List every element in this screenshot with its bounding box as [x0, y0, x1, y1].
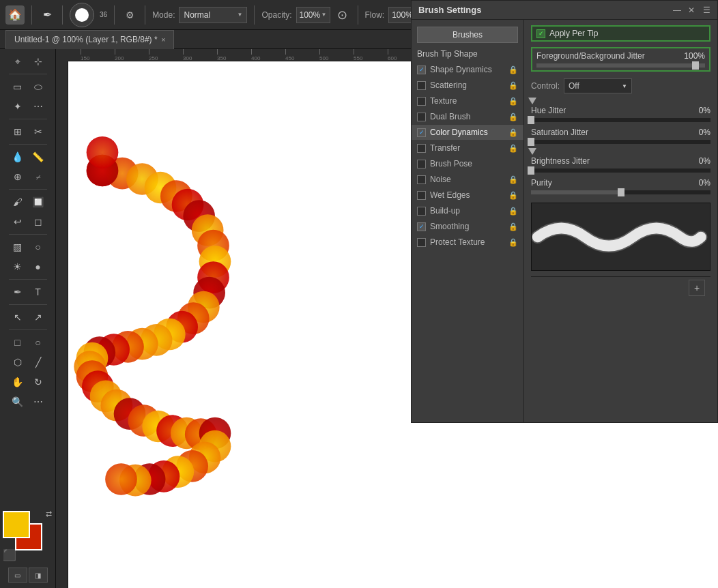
- quick-mask-btn[interactable]: ◨: [29, 568, 48, 583]
- smoothing-checkbox[interactable]: [417, 222, 426, 231]
- scattering-checkbox[interactable]: [417, 81, 426, 90]
- slice-tool[interactable]: ✂: [29, 122, 48, 141]
- rotate-view-tool[interactable]: ↻: [29, 372, 48, 392]
- transfer-checkbox[interactable]: [417, 144, 426, 153]
- opacity-input[interactable]: 100% ▼: [296, 7, 330, 23]
- nav-build-up[interactable]: Build-up 🔒: [412, 203, 523, 218]
- pressure-opacity-icon[interactable]: ⊙: [334, 7, 351, 23]
- magic-wand-tool[interactable]: ✦: [8, 97, 27, 116]
- text-tool[interactable]: T: [29, 282, 48, 302]
- wet-edges-lock-icon[interactable]: 🔒: [508, 191, 518, 200]
- new-brush-btn[interactable]: +: [689, 280, 705, 296]
- nav-scattering[interactable]: Scattering 🔒: [412, 78, 523, 93]
- bs-close-icon[interactable]: ✕: [688, 5, 695, 15]
- hue-slider-thumb[interactable]: [528, 116, 534, 124]
- brushes-button[interactable]: Brushes: [417, 27, 518, 43]
- healing-brush-tool[interactable]: ⊕: [8, 167, 27, 186]
- build-up-lock-icon[interactable]: 🔒: [508, 207, 518, 216]
- move-tool[interactable]: ⌖: [8, 52, 27, 71]
- tab-close-btn[interactable]: ×: [162, 36, 166, 44]
- normal-mode-btn[interactable]: ▭: [8, 568, 27, 583]
- eraser-tool[interactable]: ◻: [29, 212, 48, 231]
- wet-edges-checkbox[interactable]: [417, 191, 426, 200]
- bs-menu-icon[interactable]: ☰: [703, 5, 710, 15]
- eyedropper-tool[interactable]: 💧: [8, 147, 27, 166]
- ruler-tool[interactable]: 📏: [29, 147, 48, 166]
- nav-transfer[interactable]: Transfer 🔒: [412, 141, 523, 156]
- gradient-tool[interactable]: ▨: [8, 237, 27, 256]
- bs-minimize-icon[interactable]: —: [673, 5, 681, 15]
- apply-per-tip-checkbox[interactable]: [536, 29, 545, 38]
- smoothing-lock-icon[interactable]: 🔒: [508, 222, 518, 231]
- purity-slider[interactable]: [531, 190, 710, 194]
- burn-tool[interactable]: ●: [29, 257, 48, 276]
- fgbg-jitter-slider[interactable]: [536, 63, 705, 68]
- history-brush-tool[interactable]: ↩: [8, 212, 27, 231]
- lasso-select-tool[interactable]: ⬭: [29, 77, 48, 96]
- protect-texture-checkbox[interactable]: [417, 238, 426, 247]
- shape-dynamics-checkbox[interactable]: [417, 65, 426, 74]
- ellipse-shape-tool[interactable]: ○: [29, 333, 48, 352]
- dodge-tool[interactable]: ☀: [8, 257, 27, 276]
- default-colors-icon[interactable]: ⬛: [3, 548, 16, 561]
- line-tool[interactable]: ╱: [29, 353, 48, 372]
- brush-size-indicator[interactable]: [70, 3, 94, 27]
- brush-tool active[interactable]: 🖌: [8, 192, 27, 211]
- build-up-checkbox[interactable]: [417, 207, 426, 216]
- texture-checkbox[interactable]: [417, 97, 426, 106]
- crop-tool[interactable]: ⊞: [8, 122, 27, 141]
- transfer-lock-icon[interactable]: 🔒: [508, 144, 518, 153]
- purity-slider-thumb[interactable]: [618, 188, 624, 196]
- artboard-tool[interactable]: ⊹: [29, 52, 48, 71]
- home-icon[interactable]: 🏠: [5, 5, 25, 25]
- brightness-slider-thumb[interactable]: [528, 166, 534, 175]
- stamp-tool[interactable]: 🔲: [29, 192, 48, 211]
- zoom-tool[interactable]: 🔍: [8, 392, 27, 411]
- rect-shape-tool[interactable]: □: [8, 333, 27, 352]
- dual-brush-lock-icon[interactable]: 🔒: [508, 113, 518, 121]
- blur-tool[interactable]: ○: [29, 237, 48, 256]
- brush-pose-checkbox[interactable]: [417, 160, 426, 168]
- swap-colors-icon[interactable]: ⇄: [46, 510, 52, 518]
- brush-options-icon[interactable]: ⚙: [121, 7, 138, 23]
- control-dropdown[interactable]: Off ▼: [564, 78, 632, 93]
- hue-triangle-thumb[interactable]: [528, 98, 536, 104]
- nav-dual-brush[interactable]: Dual Brush 🔒: [412, 109, 523, 124]
- color-dynamics-lock-icon[interactable]: 🔒: [508, 128, 518, 137]
- scattering-lock-icon[interactable]: 🔒: [508, 81, 518, 90]
- hue-jitter-slider[interactable]: [531, 118, 710, 122]
- nav-shape-dynamics[interactable]: Shape Dynamics 🔒: [412, 62, 523, 77]
- nav-brush-tip-shape[interactable]: Brush Tip Shape: [412, 46, 523, 61]
- foreground-color[interactable]: [3, 511, 30, 538]
- poly-shape-tool[interactable]: ⬡: [8, 353, 27, 372]
- quick-select-tool[interactable]: ⋯: [29, 97, 48, 116]
- nav-texture[interactable]: Texture 🔒: [412, 93, 523, 108]
- dual-brush-checkbox[interactable]: [417, 113, 426, 121]
- mode-dropdown[interactable]: Normal ▼: [179, 7, 247, 23]
- noise-lock-icon[interactable]: 🔒: [508, 175, 518, 184]
- color-dynamics-checkbox[interactable]: [417, 128, 426, 137]
- sat-jitter-slider[interactable]: [531, 140, 710, 144]
- patch-tool[interactable]: ⌿: [29, 167, 48, 186]
- nav-brush-pose[interactable]: Brush Pose: [412, 156, 523, 171]
- noise-checkbox[interactable]: [417, 175, 426, 184]
- rect-select-tool[interactable]: ▭: [8, 77, 27, 96]
- fgbg-slider-thumb[interactable]: [692, 61, 699, 70]
- nav-wet-edges[interactable]: Wet Edges 🔒: [412, 188, 523, 203]
- hand-tool[interactable]: ✋: [8, 372, 27, 392]
- sat-slider-thumb[interactable]: [528, 138, 534, 146]
- nav-protect-texture[interactable]: Protect Texture 🔒: [412, 235, 523, 250]
- shape-dynamics-lock-icon[interactable]: 🔒: [508, 65, 518, 74]
- pen-tool[interactable]: ✒: [8, 282, 27, 302]
- nav-smoothing[interactable]: Smoothing 🔒: [412, 219, 523, 234]
- texture-lock-icon[interactable]: 🔒: [508, 97, 518, 106]
- selection-tool[interactable]: ↖: [8, 308, 27, 327]
- direct-select-tool[interactable]: ↗: [29, 308, 48, 327]
- brightness-jitter-slider[interactable]: [531, 168, 710, 173]
- canvas-tab[interactable]: Untitled-1 @ 100% (Layer 1, RGB/8#) * ×: [5, 30, 174, 49]
- nav-color-dynamics[interactable]: Color Dynamics 🔒: [412, 125, 523, 140]
- extra-tools[interactable]: ⋯: [29, 392, 48, 411]
- brightness-triangle-thumb[interactable]: [528, 148, 536, 155]
- pen-tool-icon[interactable]: ✒: [39, 7, 55, 23]
- protect-texture-lock-icon[interactable]: 🔒: [508, 238, 518, 247]
